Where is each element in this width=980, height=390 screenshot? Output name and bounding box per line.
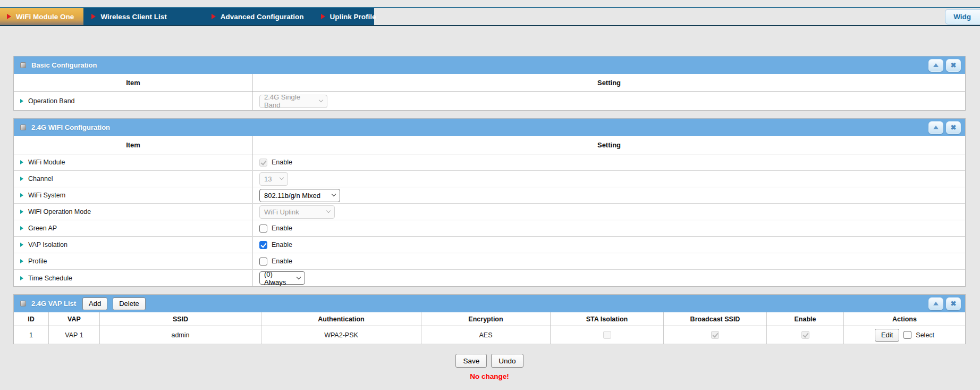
undo-button[interactable]: Undo <box>491 354 523 368</box>
basic-configuration-header: Basic Configuration ✖ <box>14 56 965 74</box>
table-header-row: Item Setting <box>14 74 965 92</box>
operation-band-select: 2.4G Single Band <box>259 95 327 108</box>
profile-enable-checkbox[interactable] <box>259 258 267 265</box>
vap-list-header: 2.4G VAP List Add Delete ✖ <box>14 295 965 312</box>
section-square-icon <box>20 62 26 68</box>
add-button[interactable]: Add <box>82 297 107 310</box>
broadcast-ssid-checkbox <box>711 331 719 339</box>
vap-sta-isolation-cell <box>551 326 664 344</box>
status-message: No change! <box>13 372 966 380</box>
column-header-item: Item <box>14 136 253 154</box>
column-header-enable: Enable <box>767 312 844 326</box>
table-header-row: Item Setting <box>14 136 965 154</box>
row-arrow-icon <box>20 226 23 230</box>
tab-arrow-icon <box>212 14 216 19</box>
column-header-actions: Actions <box>844 312 965 326</box>
chevron-down-icon <box>332 192 336 196</box>
vap-encryption-cell: AES <box>421 326 551 344</box>
chevron-down-icon <box>280 176 284 180</box>
wifi-configuration-header: 2.4G WIFI Configuration ✖ <box>14 119 965 136</box>
row-label: Operation Band <box>28 97 75 105</box>
footer-buttons: Save Undo <box>455 354 523 368</box>
vap-table-row: 1 VAP 1 admin WPA2-PSK AES Edit Select <box>14 326 965 344</box>
section-square-icon <box>20 301 26 306</box>
vap-isolation-enable-checkbox[interactable] <box>259 241 267 249</box>
row-time-schedule: Time Schedule (0) Always <box>14 270 965 286</box>
checkbox-label: Enable <box>272 225 292 232</box>
column-header-broadcast-ssid: Broadcast SSID <box>664 312 767 326</box>
green-ap-enable-checkbox[interactable] <box>259 225 267 233</box>
section-title: 2.4G WIFI Configuration <box>31 123 110 131</box>
main-content: Basic Configuration ✖ Item Setting Opera… <box>13 56 966 380</box>
row-label: WiFi Module <box>28 159 65 166</box>
top-navigation-bar: WiFi Module One Wireless Client List Adv… <box>0 7 980 26</box>
select-label: Select <box>916 331 934 339</box>
section-basic-configuration: Basic Configuration ✖ Item Setting Opera… <box>13 56 966 111</box>
header-buttons: ✖ <box>928 59 961 72</box>
row-vap-isolation: VAP Isolation Enable <box>14 237 965 253</box>
wifi-system-select[interactable]: 802.11b/g/n Mixed <box>259 189 340 202</box>
section-square-icon <box>20 125 26 130</box>
close-button[interactable]: ✖ <box>946 59 961 72</box>
vap-broadcast-ssid-cell <box>664 326 767 344</box>
vap-id-cell: 1 <box>14 326 49 344</box>
tab-label: Uplink Profile <box>330 13 376 21</box>
tab-arrow-icon <box>7 14 11 19</box>
wifi-module-enable-checkbox <box>259 159 267 167</box>
chevron-down-icon <box>319 98 323 102</box>
widget-button-label: Widg <box>953 13 971 21</box>
column-header-sta-isolation: STA Isolation <box>551 312 664 326</box>
row-arrow-icon <box>20 210 23 214</box>
tab-wifi-module-one[interactable]: WiFi Module One <box>0 8 83 25</box>
tab-uplink-profile[interactable]: Uplink Profile <box>314 8 383 25</box>
row-label: VAP Isolation <box>28 241 67 248</box>
row-arrow-icon <box>20 259 23 263</box>
top-margin <box>0 0 980 7</box>
section-vap-list: 2.4G VAP List Add Delete ✖ ID VAP SSID A… <box>13 294 966 344</box>
row-label: WiFi System <box>28 192 65 199</box>
collapse-button[interactable] <box>928 121 943 134</box>
close-button[interactable]: ✖ <box>946 121 961 134</box>
row-channel: Channel 13 <box>14 171 965 187</box>
select-checkbox[interactable] <box>903 331 911 339</box>
row-label: Green AP <box>28 225 57 232</box>
tab-label: Wireless Client List <box>100 13 166 21</box>
row-label: Channel <box>28 175 53 182</box>
column-header-id: ID <box>14 312 49 326</box>
section-title: 2.4G VAP List <box>31 300 76 308</box>
vap-enable-checkbox <box>801 331 809 339</box>
time-schedule-select[interactable]: (0) Always <box>259 271 305 285</box>
edit-button[interactable]: Edit <box>875 329 899 342</box>
wifi-operation-mode-select: WiFi Uplink <box>259 205 335 219</box>
chevron-up-icon <box>933 302 939 305</box>
footer: Save Undo No change! <box>13 354 966 380</box>
row-arrow-icon <box>20 160 23 164</box>
tab-arrow-icon <box>91 14 96 19</box>
column-header-setting: Setting <box>253 136 965 154</box>
row-wifi-operation-mode: WiFi Operation Mode WiFi Uplink <box>14 204 965 220</box>
close-button[interactable]: ✖ <box>946 297 961 310</box>
vap-table-header-row: ID VAP SSID Authentication Encryption ST… <box>14 312 965 326</box>
tab-wireless-client-list[interactable]: Wireless Client List <box>85 8 173 25</box>
save-button[interactable]: Save <box>455 354 487 368</box>
header-buttons: ✖ <box>928 121 961 134</box>
collapse-button[interactable] <box>928 59 943 72</box>
row-label: WiFi Operation Mode <box>28 208 91 215</box>
collapse-button[interactable] <box>928 297 943 310</box>
widget-button[interactable]: Widg <box>945 9 980 24</box>
tab-advanced-configuration[interactable]: Advanced Configuration <box>205 8 311 25</box>
chevron-up-icon <box>933 63 939 67</box>
column-header-setting: Setting <box>253 74 965 92</box>
column-header-vap: VAP <box>49 312 100 326</box>
row-wifi-system: WiFi System 802.11b/g/n Mixed <box>14 187 965 204</box>
tab-label: Advanced Configuration <box>221 13 304 21</box>
column-header-item: Item <box>14 74 253 92</box>
row-profile: Profile Enable <box>14 253 965 270</box>
row-operation-band: Operation Band 2.4G Single Band <box>14 92 965 110</box>
vap-name-cell: VAP 1 <box>49 326 100 344</box>
row-arrow-icon <box>20 99 23 103</box>
row-green-ap: Green AP Enable <box>14 220 965 237</box>
delete-button[interactable]: Delete <box>113 297 146 310</box>
row-label: Time Schedule <box>28 275 72 282</box>
row-arrow-icon <box>20 193 23 197</box>
